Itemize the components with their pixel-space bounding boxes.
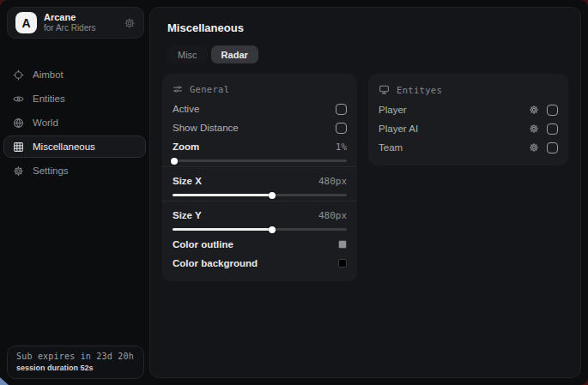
main-panel: Miscellaneous Misc Radar General Active: [149, 7, 581, 378]
grid-icon: [13, 141, 24, 153]
page-title: Miscellaneous: [167, 21, 568, 34]
size-y-value: 480px: [318, 210, 347, 221]
show-distance-checkbox[interactable]: [336, 123, 347, 134]
size-y-slider-fill: [173, 228, 272, 231]
tab-misc[interactable]: Misc: [167, 45, 208, 63]
player-ai-checkbox[interactable]: [547, 123, 558, 135]
general-panel-title: General: [190, 84, 229, 94]
entities-panel-title: Entityes: [397, 85, 442, 95]
sidebar: A Arcane for Arc Riders Category: [0, 0, 149, 385]
color-background-row: Color background: [173, 254, 347, 273]
player-ai-label: Player AI: [379, 123, 418, 134]
color-outline-row: Color outline: [173, 235, 347, 254]
sidebar-item-label: Entities: [33, 93, 65, 104]
zoom-value: 1%: [336, 141, 347, 153]
app-window: A Arcane for Arc Riders Category: [0, 0, 588, 385]
entities-panel-header: Entityes: [379, 84, 558, 95]
sliders-icon: [173, 84, 183, 94]
sidebar-item-label: Aimbot: [33, 69, 64, 80]
active-checkbox[interactable]: [336, 104, 347, 115]
team-row: Team: [379, 138, 558, 157]
globe-icon: [13, 117, 24, 129]
player-row: Player: [379, 100, 558, 119]
general-panel: General Active Show Distance Zoom 1%: [162, 74, 357, 281]
player-ai-row: Player AI: [379, 119, 558, 138]
monitor-icon: [379, 84, 390, 95]
sidebar-item-miscellaneous[interactable]: Miscellaneous: [3, 135, 146, 158]
tab-bar: Misc Radar: [167, 45, 568, 63]
size-x-slider[interactable]: [173, 194, 347, 196]
zoom-slider-fill: [173, 159, 174, 162]
sub-expiry-text: Sub expires in 23d 20h: [16, 352, 135, 361]
sidebar-item-entities[interactable]: Entities: [3, 87, 146, 110]
team-label: Team: [379, 142, 403, 153]
divider: [162, 201, 357, 202]
app-header-card: A Arcane for Arc Riders: [7, 7, 144, 39]
size-y-slider-thumb[interactable]: [269, 226, 276, 233]
panel-row: General Active Show Distance Zoom 1%: [162, 74, 568, 281]
sidebar-nav: Aimbot Entities World: [3, 62, 146, 183]
subscription-info-box: Sub expires in 23d 20h session duration …: [7, 346, 144, 379]
divider: [162, 166, 357, 167]
general-panel-header: General: [173, 84, 347, 94]
sidebar-item-settings[interactable]: Settings: [3, 159, 146, 182]
eye-icon: [13, 93, 24, 105]
show-distance-row: Show Distance: [173, 118, 347, 137]
size-x-label: Size X: [173, 176, 202, 186]
size-y-slider[interactable]: [173, 228, 347, 231]
zoom-row: Zoom 1%: [173, 137, 347, 156]
active-row: Active: [173, 99, 347, 118]
app-text: Arcane for Arc Riders: [44, 12, 96, 33]
gear-icon[interactable]: [124, 17, 136, 29]
color-background-swatch[interactable]: [338, 259, 347, 268]
entities-panel: Entityes Player P: [368, 74, 568, 165]
sidebar-item-aimbot[interactable]: Aimbot: [3, 63, 146, 86]
show-distance-label: Show Distance: [173, 123, 239, 133]
zoom-slider[interactable]: [173, 159, 347, 162]
zoom-label: Zoom: [173, 141, 199, 152]
color-outline-swatch[interactable]: [338, 240, 347, 249]
color-outline-label: Color outline: [173, 239, 233, 250]
color-background-label: Color background: [173, 258, 258, 268]
gear-icon: [13, 165, 24, 177]
app-logo: A: [15, 12, 37, 33]
size-y-row: Size Y 480px: [173, 206, 347, 225]
sidebar-item-label: World: [33, 117, 58, 128]
session-duration-text: session duration 52s: [16, 364, 135, 372]
player-label: Player: [379, 105, 407, 115]
crosshair-icon: [13, 69, 24, 81]
tab-radar[interactable]: Radar: [211, 45, 258, 63]
gear-icon[interactable]: [529, 123, 539, 134]
team-checkbox[interactable]: [547, 142, 558, 153]
active-label: Active: [173, 104, 199, 114]
zoom-slider-thumb[interactable]: [171, 158, 178, 165]
gear-icon[interactable]: [529, 105, 539, 115]
size-x-value: 480px: [318, 176, 347, 187]
app-subtitle: for Arc Riders: [44, 23, 96, 33]
size-x-slider-fill: [173, 194, 272, 196]
player-checkbox[interactable]: [547, 105, 558, 116]
gear-icon[interactable]: [529, 142, 539, 153]
sidebar-item-world[interactable]: World: [3, 111, 146, 134]
sidebar-item-label: Miscellaneous: [33, 141, 95, 152]
sidebar-item-label: Settings: [33, 165, 69, 176]
size-x-slider-thumb[interactable]: [269, 192, 276, 199]
app-title: Arcane: [44, 12, 96, 23]
size-x-row: Size X 480px: [173, 171, 347, 190]
size-y-label: Size Y: [173, 210, 202, 220]
